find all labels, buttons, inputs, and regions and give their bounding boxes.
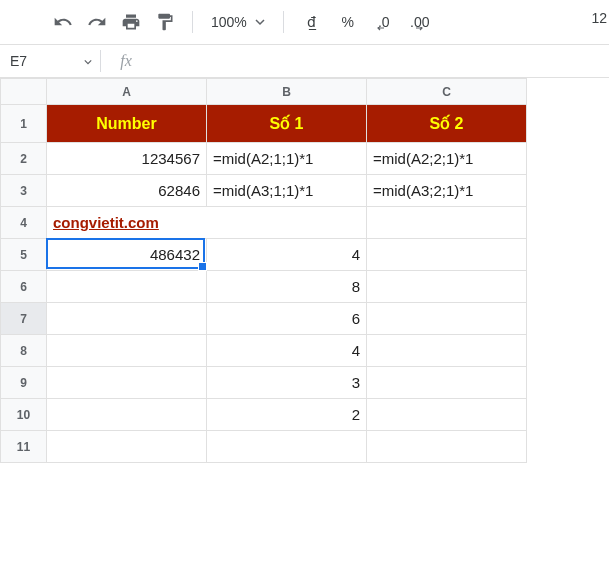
formula-input[interactable] <box>151 45 609 77</box>
row-header-11[interactable]: 11 <box>1 431 47 463</box>
row-header-8[interactable]: 8 <box>1 335 47 367</box>
row-header-6[interactable]: 6 <box>1 271 47 303</box>
cell-c5[interactable] <box>367 239 527 271</box>
cell-a7[interactable] <box>47 303 207 335</box>
cell-b10[interactable]: 2 <box>207 399 367 431</box>
cell-c1[interactable]: Số 2 <box>367 105 527 143</box>
cell-b2[interactable]: =mid(A2;1;1)*1 <box>207 143 367 175</box>
cell-b1[interactable]: Số 1 <box>207 105 367 143</box>
zoom-value: 100% <box>211 14 247 30</box>
percent-button[interactable]: % <box>332 7 364 37</box>
cell-b5[interactable]: 4 <box>207 239 367 271</box>
chevron-down-icon <box>255 17 265 27</box>
select-all-corner[interactable] <box>1 79 47 105</box>
cell-c9[interactable] <box>367 367 527 399</box>
col-header-b[interactable]: B <box>207 79 367 105</box>
cell-b8[interactable]: 4 <box>207 335 367 367</box>
fx-label: fx <box>101 52 151 70</box>
print-button[interactable] <box>116 7 146 37</box>
cell-c11[interactable] <box>367 431 527 463</box>
cell-b9[interactable]: 3 <box>207 367 367 399</box>
separator <box>192 11 193 33</box>
cell-a2[interactable]: 1234567 <box>47 143 207 175</box>
cell-a11[interactable] <box>47 431 207 463</box>
zoom-dropdown[interactable]: 100% <box>205 14 271 30</box>
row-header-1[interactable]: 1 <box>1 105 47 143</box>
cell-a10[interactable] <box>47 399 207 431</box>
cell-c8[interactable] <box>367 335 527 367</box>
row-header-3[interactable]: 3 <box>1 175 47 207</box>
cell-c2[interactable]: =mid(A2;2;1)*1 <box>367 143 527 175</box>
cell-c4[interactable] <box>367 207 527 239</box>
separator <box>283 11 284 33</box>
row-header-10[interactable]: 10 <box>1 399 47 431</box>
increase-decimal-button[interactable]: .00 <box>404 7 436 37</box>
row-header-2[interactable]: 2 <box>1 143 47 175</box>
row-header-5[interactable]: 5 <box>1 239 47 271</box>
undo-button[interactable] <box>48 7 78 37</box>
toolbar: 100% đ̲ % .0 .00 12 <box>0 0 609 44</box>
cell-c3[interactable]: =mid(A3;2;1)*1 <box>367 175 527 207</box>
redo-button[interactable] <box>82 7 112 37</box>
row-header-7[interactable]: 7 <box>1 303 47 335</box>
more-formats-button[interactable]: 12 <box>591 10 609 26</box>
cell-a5[interactable]: 486432 <box>47 239 207 271</box>
spreadsheet-grid: A B C 1 Number Số 1 Số 2 2 1234567 =mid(… <box>0 78 609 463</box>
name-box-value: E7 <box>10 53 27 69</box>
decrease-decimal-button[interactable]: .0 <box>368 7 400 37</box>
cell-a4-link[interactable]: congvietit.com <box>47 207 367 239</box>
cell-a8[interactable] <box>47 335 207 367</box>
cell-a6[interactable] <box>47 271 207 303</box>
col-header-a[interactable]: A <box>47 79 207 105</box>
cell-b3[interactable]: =mid(A3;1;1)*1 <box>207 175 367 207</box>
cell-b7[interactable]: 6 <box>207 303 367 335</box>
cell-a9[interactable] <box>47 367 207 399</box>
row-header-4[interactable]: 4 <box>1 207 47 239</box>
row-header-9[interactable]: 9 <box>1 367 47 399</box>
name-box[interactable]: E7 <box>0 45 100 77</box>
cell-a1[interactable]: Number <box>47 105 207 143</box>
paint-format-button[interactable] <box>150 7 180 37</box>
cell-b6[interactable]: 8 <box>207 271 367 303</box>
col-header-c[interactable]: C <box>367 79 527 105</box>
cell-a3[interactable]: 62846 <box>47 175 207 207</box>
cell-c7[interactable] <box>367 303 527 335</box>
cell-c10[interactable] <box>367 399 527 431</box>
cell-c6[interactable] <box>367 271 527 303</box>
currency-button[interactable]: đ̲ <box>296 7 328 37</box>
cell-b11[interactable] <box>207 431 367 463</box>
formula-bar-row: E7 fx <box>0 44 609 78</box>
chevron-down-icon <box>84 53 92 69</box>
